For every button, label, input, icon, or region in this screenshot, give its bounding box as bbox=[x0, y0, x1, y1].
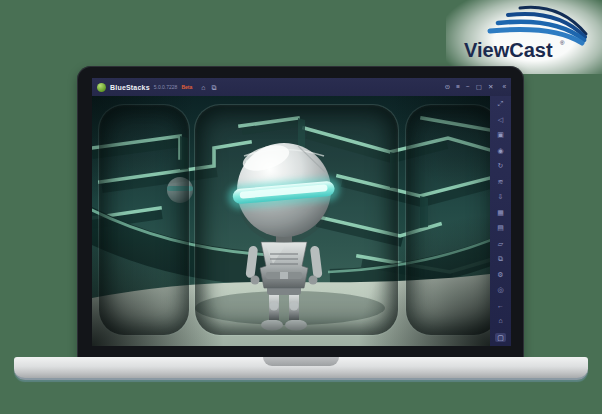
shake-icon[interactable]: ≋ bbox=[498, 178, 504, 185]
screenshot-icon[interactable]: ▣ bbox=[497, 131, 504, 138]
swoosh-icon bbox=[490, 7, 586, 43]
maximize-icon[interactable]: ▢ bbox=[476, 84, 482, 91]
game-stage[interactable] bbox=[92, 96, 490, 346]
viewcast-logo: ViewCast ® bbox=[456, 0, 596, 64]
bluestacks-logo-icon bbox=[97, 83, 106, 92]
rotate-icon[interactable]: ↻ bbox=[498, 162, 504, 169]
laptop-hinge-notch bbox=[263, 357, 339, 366]
minimize-icon[interactable]: − bbox=[466, 84, 470, 91]
home-icon[interactable]: ⌂ bbox=[201, 84, 205, 91]
collapse-sidebar-icon[interactable]: « bbox=[502, 84, 506, 91]
brand-name: ViewCast bbox=[464, 39, 553, 61]
settings-icon[interactable]: ⚙ bbox=[497, 271, 503, 278]
back-icon[interactable]: ← bbox=[497, 302, 504, 309]
menu-icon[interactable]: ≡ bbox=[456, 84, 460, 91]
macros-icon[interactable]: ◎ bbox=[497, 286, 503, 293]
volume-icon[interactable]: ◁ bbox=[498, 116, 503, 123]
bluestacks-sidebar: ⤢ ◁ ▣ ◉ ↻ ≋ ⇩ ▦ ▤ ▱ ⧉ ⚙ ◎ ← ⌂ ▢ bbox=[490, 96, 511, 346]
glass-panel-right bbox=[405, 104, 490, 336]
fullscreen-icon[interactable]: ⤢ bbox=[498, 100, 504, 107]
recents-icon[interactable]: ▢ bbox=[495, 333, 506, 342]
record-icon[interactable]: ⊙ bbox=[445, 84, 450, 91]
registered-mark: ® bbox=[560, 40, 565, 46]
install-apk-icon[interactable]: ⇩ bbox=[498, 193, 504, 200]
glass-panel-center bbox=[194, 104, 399, 336]
glass-panel-left bbox=[98, 104, 190, 336]
record-screen-icon[interactable]: ◉ bbox=[497, 147, 503, 154]
keyboard-controls-icon[interactable]: ▤ bbox=[497, 224, 504, 231]
app-name: BlueStacks bbox=[110, 84, 150, 91]
beta-badge: Beta bbox=[181, 84, 192, 90]
gamepad-icon[interactable]: ▦ bbox=[497, 209, 504, 216]
laptop-base bbox=[14, 357, 588, 380]
bluestacks-window: BlueStacks 5.0.0.7228 Beta ⌂ ⧉ ⊙ ≡ − ▢ ✕… bbox=[92, 78, 511, 346]
multi-window-icon[interactable]: ⧉ bbox=[211, 84, 216, 91]
app-version: 5.0.0.7228 bbox=[154, 84, 178, 90]
folder-icon[interactable]: ▱ bbox=[498, 240, 503, 247]
close-icon[interactable]: ✕ bbox=[488, 84, 493, 91]
multi-instance-icon[interactable]: ⧉ bbox=[498, 255, 503, 262]
bluestacks-titlebar: BlueStacks 5.0.0.7228 Beta ⌂ ⧉ ⊙ ≡ − ▢ ✕… bbox=[92, 78, 511, 96]
page: ViewCast ® BlueStacks 5.0.0.7228 Beta ⌂ … bbox=[0, 0, 602, 414]
viewcast-logo-graphic: ViewCast ® bbox=[456, 0, 596, 64]
home-nav-icon[interactable]: ⌂ bbox=[498, 317, 502, 324]
laptop-screen: BlueStacks 5.0.0.7228 Beta ⌂ ⧉ ⊙ ≡ − ▢ ✕… bbox=[77, 66, 524, 361]
